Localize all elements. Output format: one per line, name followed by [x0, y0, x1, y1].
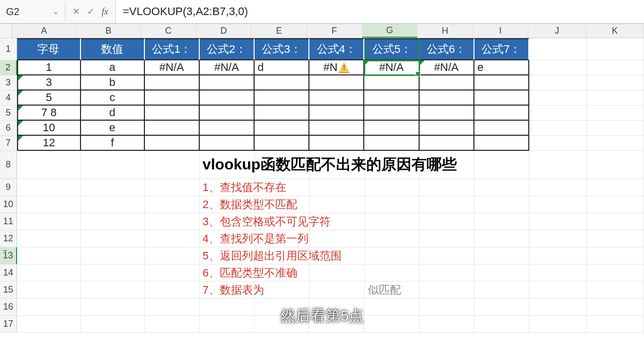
cell[interactable]	[474, 106, 529, 121]
cell[interactable]	[587, 264, 644, 282]
cell[interactable]	[145, 196, 200, 213]
cell[interactable]: d	[81, 106, 145, 121]
cell[interactable]: 3	[17, 75, 81, 90]
cell[interactable]	[17, 282, 81, 299]
cell[interactable]	[529, 316, 587, 333]
cell[interactable]	[529, 299, 587, 316]
cell[interactable]	[420, 316, 474, 333]
cell[interactable]: a	[81, 60, 145, 75]
cell[interactable]	[145, 247, 200, 264]
cell[interactable]	[474, 121, 529, 136]
cell[interactable]: c	[81, 90, 145, 106]
row-header[interactable]: 8	[0, 151, 17, 179]
cell[interactable]	[474, 196, 529, 213]
cell[interactable]: 1、查找值不存在	[200, 179, 255, 196]
cell[interactable]	[145, 121, 200, 136]
cell[interactable]	[200, 299, 255, 316]
row-header[interactable]: 12	[0, 230, 17, 247]
cell[interactable]	[17, 230, 81, 247]
column-header-D[interactable]: D	[196, 24, 252, 38]
cell[interactable]	[81, 213, 145, 230]
row-header[interactable]: 6	[0, 121, 17, 136]
cell[interactable]: #N/A	[364, 60, 419, 75]
cell[interactable]	[420, 196, 474, 213]
cell[interactable]	[474, 247, 529, 264]
cell[interactable]	[309, 121, 364, 136]
cell[interactable]	[529, 213, 587, 230]
cell[interactable]	[17, 179, 81, 196]
cell[interactable]	[255, 136, 309, 151]
cell[interactable]: b	[81, 75, 145, 90]
cell[interactable]	[474, 230, 529, 247]
cell[interactable]	[17, 299, 81, 316]
cell[interactable]	[81, 264, 145, 282]
row-header[interactable]: 15	[0, 282, 17, 299]
cell[interactable]	[587, 151, 644, 179]
cell[interactable]	[474, 136, 529, 151]
cell[interactable]	[364, 299, 419, 316]
cell[interactable]	[81, 282, 145, 299]
cell[interactable]	[309, 299, 364, 316]
cell[interactable]	[365, 264, 420, 282]
cell[interactable]	[309, 106, 364, 121]
cell[interactable]	[474, 299, 529, 316]
cell[interactable]	[310, 264, 365, 282]
cell[interactable]	[420, 230, 474, 247]
cell[interactable]	[587, 230, 644, 247]
cell[interactable]	[17, 151, 81, 179]
cell[interactable]	[474, 75, 529, 90]
cell[interactable]	[81, 151, 145, 179]
cell[interactable]	[200, 121, 255, 136]
cell[interactable]	[310, 196, 365, 213]
table-header[interactable]: 公式6：	[420, 38, 474, 60]
cell[interactable]	[529, 75, 587, 90]
cell[interactable]	[587, 38, 644, 60]
cell[interactable]: f	[81, 136, 145, 151]
cell[interactable]	[474, 316, 529, 333]
cell[interactable]	[309, 75, 364, 90]
cell[interactable]	[529, 196, 587, 213]
cell[interactable]: #N!	[309, 60, 364, 75]
cell[interactable]	[145, 151, 200, 179]
row-header[interactable]: 3	[0, 75, 17, 90]
cell[interactable]	[587, 121, 644, 136]
cell[interactable]: 1	[17, 60, 81, 75]
cell[interactable]	[420, 136, 474, 151]
cell[interactable]	[529, 90, 587, 106]
column-header-E[interactable]: E	[252, 24, 307, 38]
cell[interactable]	[529, 121, 587, 136]
row-header[interactable]: 17	[0, 316, 17, 333]
cell[interactable]	[255, 299, 309, 316]
cell[interactable]	[420, 264, 474, 282]
cell[interactable]	[587, 282, 644, 299]
cancel-formula-icon[interactable]: ✕	[72, 6, 80, 17]
cell[interactable]	[420, 299, 474, 316]
cell[interactable]	[145, 282, 200, 299]
cell[interactable]	[474, 179, 529, 196]
cell[interactable]	[309, 316, 364, 333]
column-header-H[interactable]: H	[418, 24, 473, 38]
cell[interactable]	[420, 282, 474, 299]
cell[interactable]	[365, 196, 420, 213]
cell[interactable]	[529, 38, 587, 60]
cell[interactable]: 7、数据表为	[200, 282, 255, 299]
cell[interactable]	[145, 75, 200, 90]
cell[interactable]	[587, 106, 644, 121]
cell[interactable]: 4、查找列不是第一列	[200, 230, 255, 247]
column-header-A[interactable]: A	[12, 24, 76, 38]
cell[interactable]	[17, 316, 81, 333]
cell[interactable]: 似匹配	[365, 282, 420, 299]
cell[interactable]	[420, 121, 474, 136]
column-header-K[interactable]: K	[586, 24, 644, 38]
cell[interactable]: vlookup函数匹配不出来的原因有哪些	[200, 151, 255, 179]
cell[interactable]	[309, 136, 364, 151]
cell[interactable]	[474, 264, 529, 282]
cell[interactable]	[145, 90, 200, 106]
cell[interactable]	[474, 213, 529, 230]
cell[interactable]	[529, 230, 587, 247]
accept-formula-icon[interactable]: ✓	[87, 6, 95, 17]
cell[interactable]	[255, 75, 309, 90]
cell[interactable]	[587, 136, 644, 151]
select-all-corner[interactable]	[0, 24, 12, 38]
row-header[interactable]: 10	[0, 196, 17, 213]
